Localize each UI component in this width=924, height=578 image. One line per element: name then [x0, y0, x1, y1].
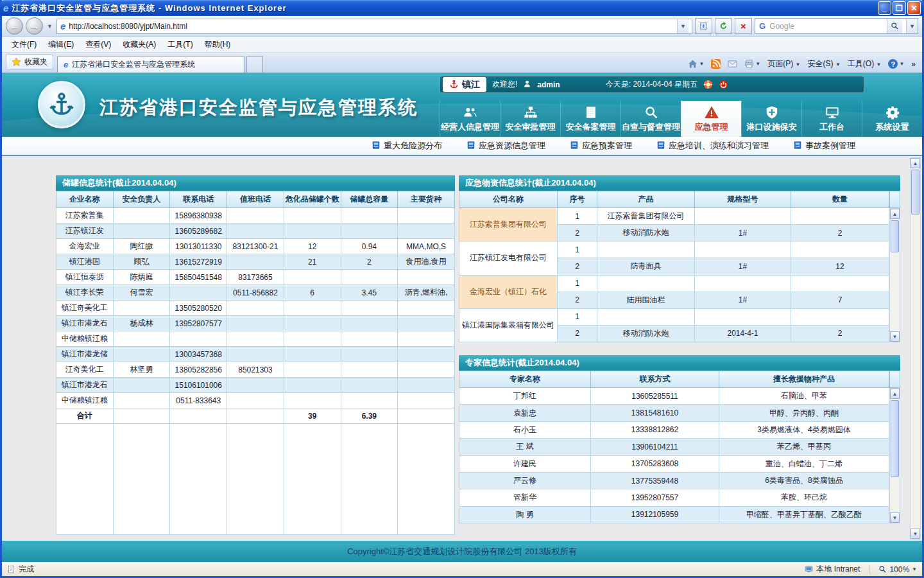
- table-cell: 顾弘: [113, 254, 170, 270]
- experts-scrollbar[interactable]: ▲ ▼: [889, 388, 900, 523]
- scroll-thumb[interactable]: [911, 170, 920, 215]
- minimize-button[interactable]: _: [878, 1, 891, 15]
- compatibility-button[interactable]: [695, 18, 712, 34]
- back-button[interactable]: ←: [6, 17, 23, 35]
- history-dropdown-icon[interactable]: ▼: [46, 23, 54, 30]
- table-cell: [341, 378, 398, 393]
- search-box[interactable]: G Google ▼: [755, 18, 918, 34]
- doc-icon: [793, 141, 802, 152]
- supplies-scrollbar[interactable]: ▲ ▼: [889, 208, 900, 342]
- maximize-button[interactable]: ❐: [893, 1, 906, 15]
- nav-item-search[interactable]: 自查与督查管理: [620, 101, 681, 137]
- table-cell: [341, 362, 398, 378]
- table-row: 江苏索普集15896380938: [56, 208, 455, 223]
- nav-item-users[interactable]: 经营人信息管理: [440, 101, 500, 137]
- table-cell: [341, 301, 398, 316]
- scroll-down-button[interactable]: ▼: [911, 529, 920, 539]
- menu-item[interactable]: 工具(T): [162, 37, 198, 52]
- nav-item-document[interactable]: 安全备案管理: [560, 101, 620, 137]
- nav-item-orgchart[interactable]: 安全审批管理: [500, 101, 560, 137]
- company-cell: 江苏镇江发电有限公司: [459, 241, 558, 275]
- new-tab-stub[interactable]: [246, 56, 263, 73]
- table-cell: [791, 275, 889, 292]
- scroll-up-button[interactable]: ▲: [890, 389, 900, 399]
- command-label[interactable]: 安全(S) ▼: [808, 58, 841, 69]
- users-icon: [463, 105, 477, 119]
- url-dropdown-icon[interactable]: ▼: [677, 19, 689, 33]
- help-button[interactable]: ?▼: [888, 59, 904, 69]
- zoom-control[interactable]: 100% ▼: [878, 565, 917, 574]
- feeds-button[interactable]: [711, 59, 721, 69]
- menu-item[interactable]: 收藏夹(A): [117, 37, 162, 52]
- logout-button[interactable]: [719, 80, 728, 89]
- command-label[interactable]: 工具(O) ▼: [848, 58, 882, 69]
- submenu-item[interactable]: 应急预案管理: [570, 140, 632, 152]
- menu-item[interactable]: 帮助(H): [199, 37, 237, 52]
- logo-anchor-icon: [48, 91, 75, 118]
- table-cell: [284, 270, 341, 285]
- table-cell: 移动消防水炮: [597, 325, 695, 342]
- menu-item[interactable]: 编辑(E): [42, 37, 80, 52]
- url-field[interactable]: e http://localhost:8080/yjpt/Main.html ▼: [56, 19, 692, 34]
- scroll-down-button[interactable]: ▼: [890, 512, 900, 523]
- scroll-up-button[interactable]: ▲: [890, 209, 900, 219]
- scroll-track[interactable]: [890, 219, 900, 331]
- refresh-button[interactable]: [715, 18, 732, 34]
- home-page-button[interactable]: [703, 80, 713, 89]
- table-cell: [398, 208, 455, 223]
- scroll-up-button[interactable]: ▲: [911, 158, 920, 168]
- submenu-item[interactable]: 事故案例管理: [793, 140, 855, 152]
- table-cell: 镇江奇美化工: [56, 301, 114, 316]
- nav-label: 系统设置: [876, 121, 909, 133]
- table-cell: 83121300-21: [227, 239, 284, 254]
- menu-item[interactable]: 文件(F): [6, 37, 42, 52]
- tab-title: 江苏省港口安全监管与应急管理系统: [72, 59, 195, 70]
- doc-icon: [372, 141, 381, 152]
- column-header: 产品: [597, 191, 695, 208]
- status-bar: 完成 本地 Intranet 100% ▼: [2, 562, 922, 576]
- table-cell: 金海宏业: [56, 239, 114, 254]
- tab-current-page[interactable]: e 江苏省港口安全监管与应急管理系统: [57, 56, 244, 73]
- submenu-item[interactable]: 重大危险源分布: [372, 140, 442, 152]
- table-cell: 镇江市港龙储: [56, 347, 114, 362]
- supplies-table: 公司名称序号产品规格型号数量江苏索普集团有限公司1江苏索普集团有限公司2移动消防…: [459, 191, 889, 342]
- nav-item-shield[interactable]: 港口设施保安: [741, 101, 801, 137]
- app-title: 江苏省港口安全监管与应急管理系统: [99, 95, 418, 121]
- scroll-track[interactable]: [890, 399, 900, 512]
- search-dropdown-icon[interactable]: ▼: [906, 19, 918, 33]
- scroll-thumb[interactable]: [891, 220, 899, 252]
- menu-item[interactable]: 查看(V): [80, 37, 117, 52]
- forward-button[interactable]: →: [26, 17, 43, 35]
- scroll-thumb[interactable]: [891, 400, 899, 477]
- favorites-button[interactable]: 收藏夹: [6, 54, 53, 70]
- table-cell: 0.94: [341, 239, 398, 254]
- gear-icon: [886, 105, 900, 119]
- nav-item-warning[interactable]: 应急管理: [681, 101, 741, 137]
- nav-item-gear[interactable]: 系统设置: [862, 101, 922, 137]
- table-cell: 6: [284, 285, 341, 301]
- column-header: 公司名称: [459, 191, 558, 208]
- table-cell: 江苏镇江发: [56, 223, 114, 239]
- home-button[interactable]: ▼: [688, 59, 704, 69]
- city-selector[interactable]: 镇江: [443, 77, 486, 92]
- page-scrollbar[interactable]: ▲ ▼: [910, 157, 921, 539]
- print-button[interactable]: ▼: [744, 59, 760, 69]
- table-cell: 中储粮镇江粮: [56, 331, 114, 347]
- search-button[interactable]: [887, 19, 902, 33]
- overflow-chevron-icon[interactable]: »: [911, 60, 916, 69]
- submenu-item[interactable]: 应急资源信息管理: [466, 140, 545, 152]
- submenu-item[interactable]: 应急培训、演练和演习管理: [656, 140, 769, 152]
- search-placeholder: Google: [769, 22, 883, 31]
- column-header: 值班电话: [227, 191, 284, 208]
- scroll-track[interactable]: [911, 168, 920, 529]
- stop-button[interactable]: ×: [735, 18, 752, 34]
- command-label[interactable]: 页面(P) ▼: [767, 58, 800, 69]
- nav-item-monitor[interactable]: 工作台: [801, 101, 862, 137]
- read-mail-button[interactable]: [728, 59, 737, 69]
- scroll-down-button[interactable]: ▼: [890, 331, 900, 342]
- close-button[interactable]: ✕: [907, 1, 921, 15]
- expert-name-cell: 陶 勇: [459, 506, 591, 523]
- table-cell: [170, 408, 227, 424]
- supplies-panel: 应急物资信息统计(截止2014.04.04) 公司名称序号产品规格型号数量江苏索…: [459, 175, 900, 342]
- main-nav: 经营人信息管理安全审批管理安全备案管理自查与督查管理应急管理港口设施保安工作台系…: [440, 101, 922, 137]
